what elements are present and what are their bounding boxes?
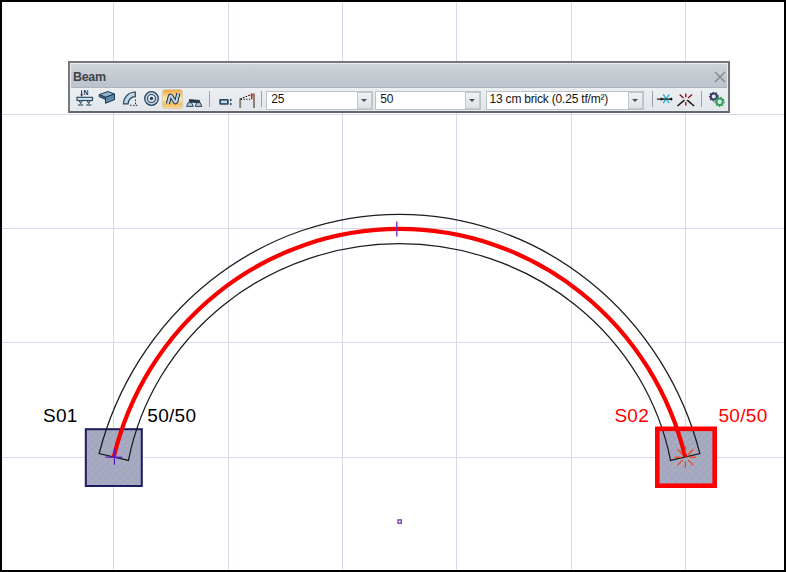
svg-text:N: N xyxy=(83,89,88,96)
